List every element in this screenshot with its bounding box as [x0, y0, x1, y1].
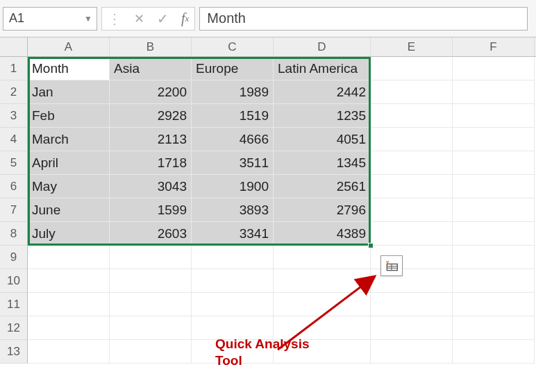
cell[interactable]: Month — [28, 57, 110, 80]
column-header[interactable]: C — [192, 37, 274, 56]
cell[interactable] — [453, 80, 535, 104]
row-header[interactable]: 5 — [0, 151, 28, 175]
cell[interactable]: 2928 — [110, 104, 192, 128]
column-header[interactable]: E — [371, 37, 453, 56]
row-header[interactable]: 9 — [0, 246, 28, 269]
cell[interactable] — [371, 340, 453, 364]
column-header[interactable]: B — [110, 37, 192, 56]
cell[interactable] — [274, 316, 371, 340]
cell[interactable] — [28, 316, 110, 340]
cell[interactable] — [453, 340, 535, 364]
cell[interactable]: 3341 — [192, 222, 274, 246]
cell[interactable] — [192, 340, 274, 364]
chevron-down-icon[interactable]: ▼ — [84, 14, 92, 24]
cell[interactable]: 1599 — [110, 198, 192, 222]
quick-analysis-button[interactable] — [380, 255, 403, 276]
cell[interactable]: Feb — [28, 104, 110, 128]
cell[interactable]: 3893 — [192, 198, 274, 222]
cancel-icon[interactable]: ✕ — [134, 11, 144, 26]
column-header[interactable]: F — [453, 37, 535, 56]
cell[interactable] — [28, 293, 110, 316]
cell[interactable]: 2200 — [110, 80, 192, 104]
cell[interactable] — [453, 104, 535, 128]
cell[interactable]: 4389 — [274, 222, 371, 246]
row-header[interactable]: 11 — [0, 293, 28, 316]
row-header[interactable]: 12 — [0, 316, 28, 340]
cell[interactable] — [274, 269, 371, 293]
cell[interactable] — [371, 57, 453, 80]
cell[interactable] — [371, 175, 453, 198]
expand-formula-icon[interactable]: ⋮ — [108, 15, 122, 22]
cell[interactable] — [110, 269, 192, 293]
cell[interactable]: 1989 — [192, 80, 274, 104]
cell[interactable] — [371, 222, 453, 246]
cell[interactable]: 4051 — [274, 128, 371, 151]
row-header[interactable]: 10 — [0, 269, 28, 293]
cell[interactable]: 3511 — [192, 151, 274, 175]
cell[interactable]: 2796 — [274, 198, 371, 222]
row-header[interactable]: 7 — [0, 198, 28, 222]
cell[interactable] — [453, 316, 535, 340]
row-header[interactable]: 8 — [0, 222, 28, 246]
cell[interactable]: 4666 — [192, 128, 274, 151]
cell[interactable] — [28, 269, 110, 293]
cell[interactable] — [371, 104, 453, 128]
row-header[interactable]: 2 — [0, 80, 28, 104]
cell[interactable]: May — [28, 175, 110, 198]
cell[interactable] — [28, 340, 110, 364]
cell[interactable] — [110, 340, 192, 364]
row-header[interactable]: 3 — [0, 104, 28, 128]
cell[interactable]: 2113 — [110, 128, 192, 151]
cell[interactable]: April — [28, 151, 110, 175]
cell[interactable]: Latin America — [274, 57, 371, 80]
cell[interactable] — [110, 316, 192, 340]
cell[interactable] — [192, 293, 274, 316]
cell[interactable] — [371, 198, 453, 222]
fx-icon[interactable]: fx — [181, 10, 189, 26]
cell[interactable] — [371, 128, 453, 151]
cell[interactable] — [371, 80, 453, 104]
formula-input[interactable]: Month — [199, 7, 528, 31]
cell[interactable] — [453, 57, 535, 80]
cell[interactable]: Asia — [110, 57, 192, 80]
cell[interactable]: March — [28, 128, 110, 151]
cell[interactable] — [453, 269, 535, 293]
cell[interactable] — [371, 293, 453, 316]
cell[interactable]: July — [28, 222, 110, 246]
cell[interactable] — [192, 246, 274, 269]
row-header[interactable]: 1 — [0, 57, 28, 80]
cell[interactable] — [453, 151, 535, 175]
cell[interactable]: 2442 — [274, 80, 371, 104]
column-header[interactable]: D — [274, 37, 371, 56]
cell[interactable] — [110, 293, 192, 316]
cell[interactable]: June — [28, 198, 110, 222]
cell[interactable] — [371, 151, 453, 175]
cell[interactable]: Europe — [192, 57, 274, 80]
cell[interactable] — [274, 340, 371, 364]
column-header[interactable]: A — [28, 37, 110, 56]
cell[interactable] — [110, 246, 192, 269]
name-box[interactable]: A1 ▼ — [3, 7, 97, 31]
cell[interactable]: 1519 — [192, 104, 274, 128]
cell[interactable] — [453, 175, 535, 198]
cell[interactable]: 1718 — [110, 151, 192, 175]
cell[interactable]: Jan — [28, 80, 110, 104]
cell[interactable] — [453, 128, 535, 151]
select-all-corner[interactable] — [0, 37, 28, 56]
row-header[interactable]: 13 — [0, 340, 28, 364]
cell[interactable]: 2603 — [110, 222, 192, 246]
cell[interactable]: 1345 — [274, 151, 371, 175]
cell[interactable] — [371, 316, 453, 340]
row-header[interactable]: 4 — [0, 128, 28, 151]
cell[interactable] — [192, 269, 274, 293]
cell[interactable]: 3043 — [110, 175, 192, 198]
cell[interactable] — [192, 316, 274, 340]
cell[interactable]: 2561 — [274, 175, 371, 198]
cell[interactable] — [274, 293, 371, 316]
cell[interactable] — [453, 246, 535, 269]
cell[interactable]: 1235 — [274, 104, 371, 128]
cell[interactable] — [28, 246, 110, 269]
cell[interactable] — [274, 246, 371, 269]
cell[interactable] — [453, 293, 535, 316]
fill-handle[interactable] — [368, 243, 374, 248]
